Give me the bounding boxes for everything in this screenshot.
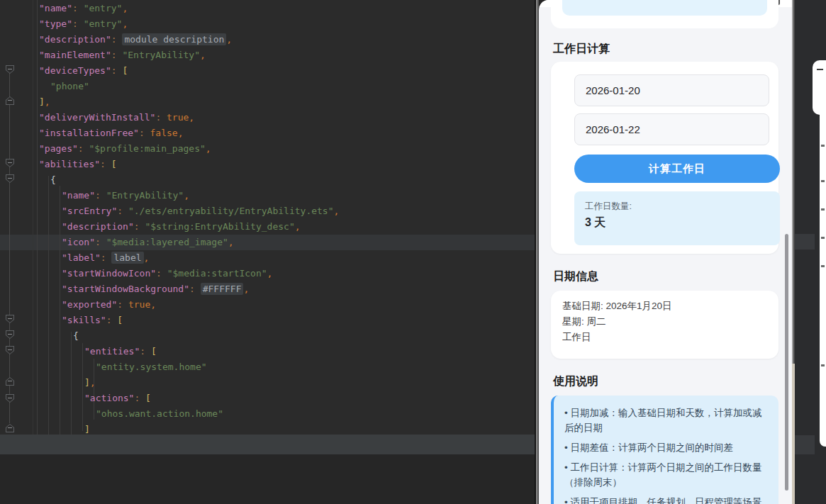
- code-token: ,: [267, 268, 273, 279]
- code-line[interactable]: "deliveryWithInstall": true,: [39, 110, 194, 125]
- workday-result-box: 工作日数量: 3 天: [574, 191, 780, 245]
- code-token: :: [95, 190, 106, 201]
- code-token: :: [106, 315, 118, 325]
- code-token: ,: [45, 96, 50, 107]
- console-footer: lication 364cb692656e79ece91e4c: [0, 454, 535, 504]
- code-line[interactable]: "exported": true,: [62, 297, 156, 313]
- code-token: "entity.system.home": [96, 362, 207, 372]
- code-token: :: [111, 65, 123, 76]
- calculate-workday-button[interactable]: 计算工作日: [574, 155, 780, 183]
- code-token: "name": [62, 190, 95, 201]
- code-token: :: [134, 393, 145, 403]
- toolbar-icon-fragment[interactable]: [821, 265, 825, 267]
- code-line[interactable]: "phone": [50, 79, 89, 94]
- usage-bullet: • 日期差值：计算两个日期之间的时间差: [564, 440, 766, 455]
- code-token: "ohos.want.action.home": [96, 408, 223, 419]
- code-lines: "name": "entry","type": "entry","descrip…: [0, 0, 535, 435]
- code-line[interactable]: ],: [39, 94, 50, 110]
- code-line[interactable]: "name": "EntryAbility",: [62, 188, 189, 203]
- code-line[interactable]: "name": "entry",: [39, 1, 128, 16]
- code-token: "actions": [84, 393, 134, 403]
- code-line[interactable]: "abilities": [: [39, 157, 117, 172]
- toolbar-icon-fragment[interactable]: [821, 237, 825, 239]
- code-line[interactable]: {: [73, 328, 79, 344]
- code-line[interactable]: "label": label,: [62, 250, 149, 266]
- code-token: "mainElement": [39, 50, 111, 60]
- code-token: "startWindowBackground": [62, 284, 189, 294]
- code-line[interactable]: "installationFree": false,: [39, 125, 184, 141]
- code-token: :: [78, 143, 89, 154]
- minimize-icon[interactable]: [817, 69, 823, 70]
- code-line[interactable]: "startWindowBackground": #FFFFFF,: [62, 281, 249, 297]
- code-token: :: [140, 346, 151, 357]
- editor-bottom-band: [0, 435, 535, 454]
- code-token: ,: [200, 50, 206, 60]
- code-line[interactable]: "actions": [: [84, 391, 151, 406]
- code-token: :: [72, 3, 84, 13]
- toolbar-icon-fragment[interactable]: [821, 208, 825, 211]
- code-token: :: [156, 268, 167, 279]
- code-token: "skills": [62, 315, 106, 325]
- usage-bullet: • 日期加减：输入基础日期和天数，计算加或减后的日期: [564, 405, 766, 435]
- dateinfo-line: 基础日期: 2026年1月20日: [562, 298, 672, 314]
- code-token: ,: [334, 206, 340, 216]
- code-token: :: [111, 34, 123, 45]
- code-token: :: [189, 284, 201, 294]
- code-token: [: [145, 393, 151, 403]
- code-token: ,: [243, 284, 249, 294]
- code-token: "abilities": [39, 159, 100, 169]
- code-line[interactable]: "srcEntry": "./ets/entryability/EntryAbi…: [62, 203, 339, 219]
- toolbar-icon-fragment[interactable]: [821, 145, 825, 147]
- code-token: module description: [122, 33, 226, 45]
- code-token: "srcEntry": [62, 206, 117, 216]
- toolbar-icon-fragment[interactable]: [821, 180, 825, 182]
- floating-toolbar-strip[interactable]: [820, 115, 826, 447]
- code-token: ]: [39, 96, 45, 107]
- code-token: ,: [122, 3, 128, 13]
- workday-section-title: 工作日计算: [553, 42, 610, 57]
- code-editor[interactable]: "name": "entry","type": "entry","descrip…: [0, 0, 535, 435]
- code-token: "entry": [84, 3, 123, 13]
- code-token: "$profile:main_pages": [89, 143, 205, 154]
- start-date-input[interactable]: [574, 74, 769, 106]
- code-token: "EntryAbility": [106, 190, 184, 201]
- code-token: true: [128, 299, 150, 310]
- code-token: "exported": [62, 299, 117, 310]
- code-line[interactable]: ]: [84, 422, 90, 435]
- usage-bullets: • 日期加减：输入基础日期和天数，计算加或减后的日期• 日期差值：计算两个日期之…: [564, 405, 766, 504]
- code-token: "./ets/entryability/EntryAbility.ets": [128, 206, 334, 216]
- code-token: true: [167, 112, 189, 123]
- code-token: :: [117, 299, 128, 310]
- code-line[interactable]: "skills": [: [62, 313, 123, 328]
- toolbar-icon-fragment[interactable]: [821, 364, 825, 366]
- dateinfo-lines: 基础日期: 2026年1月20日星期: 周二工作日: [562, 298, 672, 345]
- dateinfo-line: 星期: 周二: [562, 314, 672, 330]
- code-line[interactable]: "mainElement": "EntryAbility",: [39, 47, 206, 63]
- preview-scrollbar[interactable]: [785, 234, 788, 491]
- floating-toolbar[interactable]: [813, 60, 826, 115]
- workday-result-value: 3 天: [585, 215, 605, 230]
- end-date-input[interactable]: [574, 113, 769, 145]
- code-line[interactable]: "icon": "$media:layered_image",: [62, 235, 234, 250]
- code-token: :: [101, 252, 112, 263]
- code-line[interactable]: "entity.system.home": [96, 359, 207, 375]
- code-line[interactable]: ],: [84, 375, 96, 391]
- dateinfo-line: 工作日: [562, 330, 672, 345]
- code-line[interactable]: "description": module description,: [39, 32, 232, 47]
- code-line[interactable]: "entities": [: [84, 344, 157, 359]
- code-token: [: [111, 159, 117, 169]
- code-line[interactable]: {: [50, 172, 56, 188]
- code-token: ,: [150, 299, 156, 310]
- code-token: "entities": [84, 346, 140, 357]
- code-token: :: [95, 237, 106, 247]
- code-token: :: [134, 221, 145, 232]
- dateinfo-card: 基础日期: 2026年1月20日星期: 周二工作日: [551, 291, 778, 359]
- code-line[interactable]: "startWindowIcon": "$media:startIcon",: [62, 266, 272, 281]
- code-line[interactable]: "deviceTypes": [: [39, 63, 128, 79]
- code-line[interactable]: "type": "entry",: [39, 16, 128, 32]
- code-line[interactable]: "description": "$string:EntryAbility_des…: [62, 219, 301, 235]
- code-token: :: [111, 50, 123, 60]
- code-token: false: [150, 128, 178, 138]
- code-line[interactable]: "ohos.want.action.home": [96, 406, 223, 422]
- code-line[interactable]: "pages": "$profile:main_pages",: [39, 141, 211, 157]
